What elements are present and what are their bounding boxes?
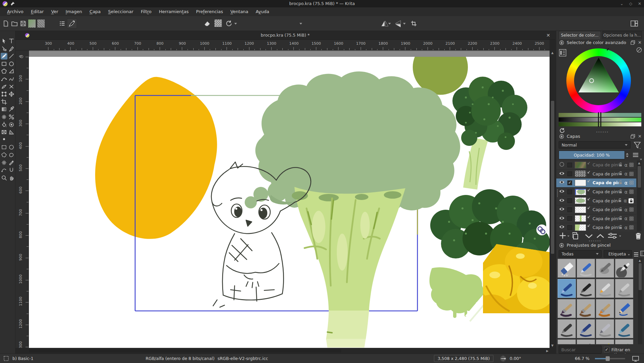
docker-splitter[interactable]: ••••••	[589, 239, 601, 243]
trim-image-button[interactable]	[409, 19, 418, 28]
mirror-vertical-dropdown[interactable]	[402, 19, 407, 28]
pin-icon[interactable]	[10, 1, 15, 6]
layer-thumbnail[interactable]	[575, 162, 586, 168]
tool-smart-patch[interactable]	[8, 114, 15, 120]
tool-multibrush[interactable]	[8, 83, 15, 90]
tool-text[interactable]	[8, 38, 15, 44]
duplicate-layer-button[interactable]	[572, 232, 580, 240]
chevron-down-icon[interactable]	[640, 159, 642, 160]
docker-lock-icon[interactable]	[559, 40, 564, 45]
scroll-down-icon[interactable]: ▼	[551, 344, 554, 347]
close-window-button[interactable]: ✕	[638, 1, 641, 6]
save-button[interactable]	[19, 19, 28, 28]
layer-checkbox[interactable]	[567, 216, 572, 221]
tool-select-freehand[interactable]	[8, 152, 15, 158]
layer-thumbnail[interactable]	[575, 197, 586, 204]
zoom-value[interactable]: 66.7 %	[575, 356, 590, 361]
close-tab-button[interactable]: ✕	[546, 31, 550, 40]
icc-profile[interactable]: sRGB-elle-V2-srgbtrc.icc	[217, 356, 268, 361]
layer-checkbox[interactable]	[567, 171, 572, 176]
layer-checkbox[interactable]	[567, 190, 572, 194]
tool-polyline[interactable]	[8, 68, 15, 75]
menu-editar[interactable]: Editar	[27, 7, 48, 16]
layer-inherit-alpha-icon[interactable]	[629, 207, 634, 212]
canvas-vertical-scrollbar[interactable]: ▲ ▼	[550, 50, 555, 348]
layer-name[interactable]: Capa de pint...	[593, 171, 618, 176]
brush-preset-pen[interactable]	[558, 319, 576, 338]
layer-row[interactable]: Capa de pint... α	[556, 223, 636, 231]
brush-preset-brush[interactable]	[577, 299, 595, 318]
layer-properties-dropdown[interactable]	[619, 236, 621, 237]
tool-calligraphy[interactable]	[8, 45, 15, 52]
layer-name[interactable]: Capa de pint...	[593, 207, 618, 212]
brush-preset-airbrush[interactable]	[615, 259, 633, 278]
preset-filter-select[interactable]: Todas	[559, 250, 602, 257]
brush-preset-brush[interactable]	[558, 299, 576, 318]
tool-freehand-path[interactable]	[8, 76, 15, 82]
layer-options-icon[interactable]	[633, 152, 638, 158]
tool-select-shapes[interactable]	[1, 38, 7, 44]
brush-preset-reload[interactable]	[577, 339, 595, 344]
zoom-slider[interactable]	[595, 358, 625, 359]
layer-thumbnail[interactable]	[575, 224, 586, 231]
layer-row[interactable]: Capa de pint... α	[556, 196, 636, 205]
layer-alpha-icon[interactable]: α	[625, 189, 628, 195]
color-model-button[interactable]	[559, 49, 566, 56]
tool-rectangle[interactable]	[1, 61, 7, 67]
layer-inherit-alpha-icon[interactable]	[629, 225, 634, 230]
menu-ver[interactable]: Ver	[47, 7, 62, 16]
refresh-color-icon[interactable]	[559, 128, 565, 133]
float-docker-icon[interactable]	[631, 40, 635, 45]
layer-name[interactable]: Capa de pint...	[593, 225, 618, 230]
tool-fill[interactable]	[1, 121, 7, 128]
move-layer-up-button[interactable]	[596, 232, 605, 240]
layer-visibility-icon[interactable]	[559, 162, 565, 168]
layer-name[interactable]: Capa de pint...	[593, 216, 618, 221]
saturation-slider[interactable]	[559, 118, 641, 122]
menu-preferencias[interactable]: Preferencias	[192, 7, 227, 16]
layer-row[interactable]: Capa de pint... α	[556, 214, 636, 224]
tag-button[interactable]: Etiqueta	[604, 250, 632, 257]
hue-slider[interactable]	[559, 113, 641, 117]
tool-edit-shapes[interactable]	[1, 45, 7, 52]
edit-brush-settings-button[interactable]	[67, 18, 77, 29]
docker-lock-icon[interactable]	[559, 243, 564, 248]
new-document-button[interactable]	[1, 19, 10, 28]
tab-color-selector[interactable]: Selector de color...	[559, 31, 601, 39]
pattern-swatch[interactable]	[37, 19, 45, 28]
tool-ellipse[interactable]	[8, 61, 15, 67]
tool-dynamic-brush[interactable]	[1, 83, 7, 90]
docker-splitter[interactable]: ••••••	[596, 130, 609, 134]
tool-reference-images[interactable]	[1, 129, 7, 135]
tool-zoom[interactable]	[1, 174, 7, 181]
layer-row[interactable]: Capa de pint... α	[556, 170, 636, 179]
brush-preset-pen[interactable]	[596, 279, 614, 298]
tool-color-sampler[interactable]	[8, 106, 15, 113]
canvas-rotation-icon[interactable]	[499, 355, 507, 362]
layer-row[interactable]: Capa de pint... α	[556, 205, 636, 214]
delete-layer-button[interactable]	[635, 232, 642, 240]
layer-visibility-icon[interactable]	[559, 207, 565, 212]
tool-select-magnetic[interactable]	[8, 167, 15, 173]
brush-preset-pen[interactable]	[615, 339, 633, 344]
document-tab-title[interactable]: brocpo.kra (75.5 MiB) *	[15, 31, 555, 40]
layer-row[interactable]: Capa de pint... α	[556, 161, 636, 170]
canvas-horizontal-scrollbar[interactable]: ▶	[29, 349, 550, 353]
layer-alpha-icon[interactable]: α	[625, 225, 628, 230]
layer-opacity-slider[interactable]: Opacidad: 100 %	[559, 151, 625, 159]
brush-preset-pen[interactable]	[558, 279, 576, 298]
canvas-viewport[interactable]	[29, 50, 550, 348]
layer-inherit-alpha-icon[interactable]	[629, 190, 634, 194]
layer-inherit-alpha-icon[interactable]	[629, 216, 634, 221]
maximize-button[interactable]: ◇	[629, 1, 632, 6]
preset-view-menu-icon[interactable]	[634, 251, 638, 257]
tool-gradient[interactable]	[1, 106, 7, 113]
layer-name[interactable]: Capa de pint...	[593, 162, 618, 167]
menu-archivo[interactable]: Archivo	[3, 7, 27, 16]
layer-thumbnail[interactable]	[575, 170, 586, 177]
color-mode[interactable]: RGB/alfa (entero de 8 bits/canal)	[146, 356, 214, 361]
layer-visibility-icon[interactable]	[559, 171, 565, 177]
brush-preset-pen[interactable]	[596, 319, 614, 338]
tool-bezier[interactable]	[1, 76, 7, 82]
docker-lock-icon[interactable]	[559, 134, 564, 139]
